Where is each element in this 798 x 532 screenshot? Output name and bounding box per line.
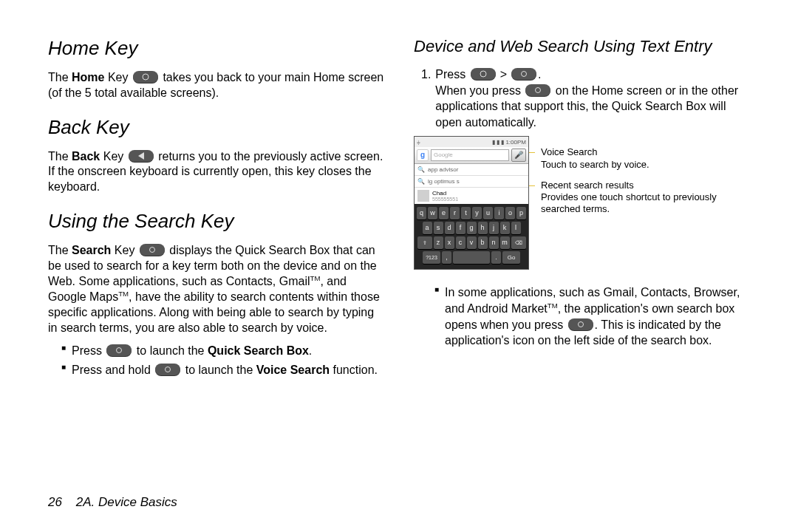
- search-key-icon: [511, 68, 536, 80]
- clock: 1:00PM: [505, 139, 526, 146]
- text: The: [48, 150, 72, 163]
- keyboard-key[interactable]: w: [428, 207, 437, 219]
- text: Press: [435, 68, 468, 81]
- keyboard-key[interactable]: g: [467, 222, 477, 234]
- keyboard-key[interactable]: y: [472, 207, 482, 219]
- keyboard-key[interactable]: f: [456, 222, 466, 234]
- suggestion-row[interactable]: 🔍app advisor: [415, 164, 528, 176]
- bold-search: Search: [72, 244, 111, 256]
- keyboard-key[interactable]: ⌫: [511, 236, 526, 249]
- callout-title: Recent search results: [541, 180, 750, 191]
- contact-row[interactable]: Chad 555555551: [415, 188, 528, 204]
- keyboard-key[interactable]: s: [434, 222, 443, 234]
- text: When you press: [435, 84, 524, 97]
- tm: TM: [548, 301, 558, 310]
- avatar: [417, 190, 429, 202]
- keyboard-key[interactable]: m: [500, 236, 510, 249]
- bullet-item: ■ Press and hold to launch the Voice Sea…: [61, 362, 384, 378]
- keyboard-key[interactable]: z: [434, 236, 443, 249]
- bullet-text: In some applications, such as Gmail, Con…: [445, 284, 750, 348]
- keyboard-key[interactable]: q: [417, 207, 426, 219]
- home-key-heading: Home Key: [48, 37, 384, 60]
- status-bar: ⏚ ▮▮▮1:00PM: [415, 137, 528, 147]
- bold-qsb: Quick Search Box: [208, 344, 309, 357]
- kbd-row-2: asdfghjkl: [416, 222, 527, 234]
- keyboard-key[interactable]: h: [478, 222, 488, 234]
- chevron-icon: >: [500, 66, 507, 83]
- bold-home: Home: [72, 71, 104, 83]
- keyboard-key[interactable]: i: [494, 207, 504, 219]
- search-glyph-icon: 🔍: [417, 166, 425, 173]
- search-key-icon: [106, 344, 132, 356]
- search-input[interactable]: Google: [431, 149, 509, 161]
- keyboard-key[interactable]: p: [516, 207, 526, 219]
- keyboard-key[interactable]: [453, 251, 490, 264]
- bullet-item: ■ Press to launch the Quick Search Box.: [61, 343, 384, 359]
- keyboard-key[interactable]: b: [478, 236, 488, 249]
- phone-mockup: ⏚ ▮▮▮1:00PM g Google 🎤 🔍app advisor 🔍lg …: [414, 136, 529, 270]
- keyboard-key[interactable]: d: [445, 222, 454, 234]
- text: Key: [111, 244, 137, 256]
- keyboard-key[interactable]: c: [456, 236, 466, 249]
- text: The: [48, 71, 72, 83]
- back-key-icon: [129, 150, 154, 162]
- search-bar: g Google 🎤: [415, 147, 528, 164]
- battery-icon: ▮: [501, 139, 504, 146]
- text: .: [309, 344, 312, 357]
- wifi-icon: ▮: [497, 139, 499, 146]
- search-glyph-icon: 🔍: [417, 178, 425, 185]
- keyboard-key[interactable]: ⇧: [417, 236, 432, 249]
- callout-title: Voice Search: [541, 146, 750, 158]
- bullet-marker: ■: [434, 284, 439, 348]
- keyboard-key[interactable]: r: [450, 207, 460, 219]
- keyboard-key[interactable]: l: [511, 222, 521, 234]
- keyboard-key[interactable]: v: [467, 236, 477, 249]
- usb-icon: ⏚: [417, 139, 420, 146]
- text: Press and hold: [72, 364, 154, 376]
- search-key-icon: [140, 244, 165, 256]
- search-key-icon: [155, 364, 180, 375]
- keyboard-key[interactable]: u: [483, 207, 493, 219]
- callout-subtitle: Provides one touch shortcut to previousl…: [541, 191, 750, 216]
- step-text: Press >. When you press on the Home scre…: [435, 66, 750, 130]
- contact-info: Chad 555555551: [432, 190, 458, 202]
- keyboard-key[interactable]: n: [489, 236, 499, 249]
- keyboard-key[interactable]: ,: [442, 251, 451, 264]
- search-key-icon: [568, 318, 593, 330]
- google-icon: g: [417, 149, 429, 161]
- keyboard-key[interactable]: a: [423, 222, 432, 234]
- text: Press: [72, 344, 105, 357]
- step-number: 1.: [421, 66, 431, 130]
- keyboard-key[interactable]: .: [491, 251, 501, 264]
- home-key-icon: [471, 68, 496, 80]
- contact-name: Chad: [432, 190, 458, 197]
- keyboard-key[interactable]: x: [445, 236, 454, 249]
- text: to launch the: [133, 344, 208, 357]
- suggestion-text: lg optimus s: [428, 178, 460, 185]
- text: to launch the: [182, 364, 256, 376]
- keyboard-key[interactable]: j: [489, 222, 499, 234]
- keyboard-key[interactable]: e: [439, 207, 449, 219]
- kbd-row-1: qwertyuiop: [416, 207, 527, 219]
- home-key-text: The Home Key takes you back to your main…: [48, 70, 384, 101]
- section-title: 2A. Device Basics: [76, 495, 177, 509]
- callout-recent-results: Recent search results Provides one touch…: [535, 180, 750, 216]
- keyboard-key[interactable]: Go: [502, 251, 520, 264]
- kbd-row-4: ?123,.Go: [416, 251, 527, 264]
- bullet-marker: ■: [61, 362, 66, 378]
- two-column-layout: Home Key The Home Key takes you back to …: [48, 37, 750, 476]
- search-key-text: The Search Key displays the Quick Search…: [48, 243, 384, 335]
- callout-voice-search: Voice Search Touch to search by voice.: [535, 146, 750, 171]
- suggestion-row[interactable]: 🔍lg optimus s: [415, 176, 528, 188]
- keyboard-key[interactable]: t: [461, 207, 471, 219]
- keyboard-key[interactable]: k: [500, 222, 510, 234]
- mic-button[interactable]: 🎤: [511, 149, 526, 162]
- phone-figure: ⏚ ▮▮▮1:00PM g Google 🎤 🔍app advisor 🔍lg …: [414, 136, 750, 270]
- bold-back: Back: [72, 150, 100, 163]
- home-key-icon: [133, 71, 158, 83]
- page-number: 26: [48, 495, 62, 509]
- keyboard-key[interactable]: ?123: [423, 251, 440, 264]
- status-icons: ▮▮▮1:00PM: [491, 139, 526, 146]
- keyboard-key[interactable]: o: [505, 207, 515, 219]
- search-key-heading: Using the Search Key: [48, 210, 384, 233]
